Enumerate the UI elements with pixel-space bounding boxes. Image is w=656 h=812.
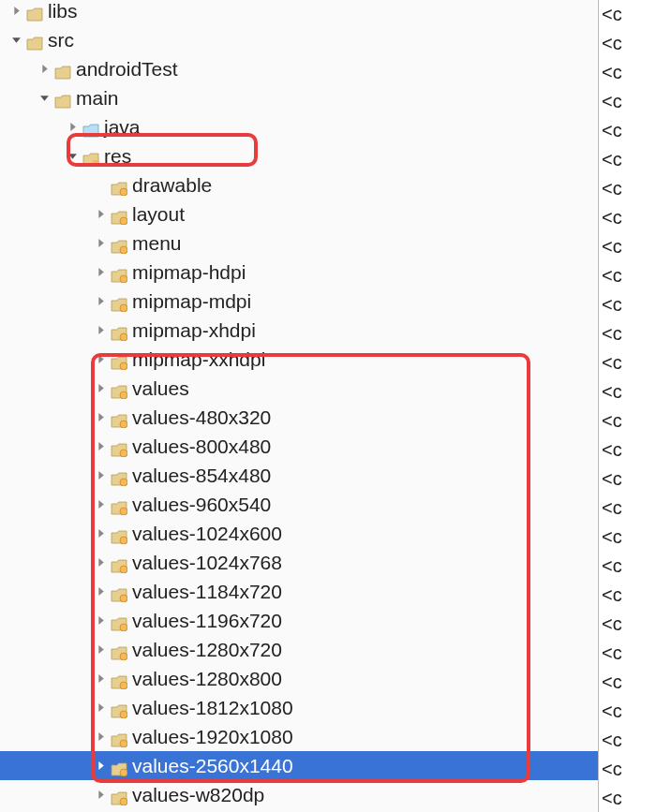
tree-item-values-1280x720[interactable]: values-1280x720 <box>0 635 656 664</box>
tree-item-values-1920x1080[interactable]: values-1920x1080 <box>0 722 656 751</box>
disclosure-right-icon[interactable] <box>94 643 107 657</box>
disclosure-right-icon[interactable] <box>94 411 107 424</box>
tree-item-label: values-960x540 <box>132 494 271 516</box>
code-line-fragment: <c <box>602 610 656 639</box>
tree-item-androidtest[interactable]: androidTest <box>0 54 656 83</box>
tree-item-values-800x480[interactable]: values-800x480 <box>0 432 656 461</box>
code-line-fragment: <c <box>602 755 656 784</box>
code-line-fragment: <c <box>602 203 656 232</box>
tree-item-label: values-1920x1080 <box>132 726 293 748</box>
tree-item-values-1280x800[interactable]: values-1280x800 <box>0 664 656 693</box>
folder-dot-icon <box>111 788 127 802</box>
code-line-fragment: <c <box>602 0 656 29</box>
svg-point-15 <box>120 595 127 602</box>
disclosure-right-icon[interactable] <box>66 121 79 134</box>
tree-item-label: res <box>104 145 131 168</box>
svg-point-20 <box>120 740 127 747</box>
code-line-fragment: <c <box>602 726 656 755</box>
folder-dot-icon <box>111 236 127 250</box>
code-line-fragment: <c <box>602 261 656 290</box>
code-line-fragment: <c <box>602 784 656 812</box>
tree-item-values-480x320[interactable]: values-480x320 <box>0 403 656 432</box>
disclosure-right-icon[interactable] <box>94 324 107 337</box>
tree-item-label: src <box>48 29 74 52</box>
tree-item-label: main <box>76 87 119 110</box>
tree-item-mipmap-hdpi[interactable]: mipmap-hdpi <box>0 258 656 287</box>
svg-point-11 <box>120 479 127 486</box>
disclosure-down-icon[interactable] <box>9 34 22 47</box>
svg-point-6 <box>120 333 127 341</box>
disclosure-right-icon[interactable] <box>9 5 22 18</box>
folder-dot-icon <box>111 178 127 192</box>
disclosure-right-icon[interactable] <box>94 237 107 250</box>
tree-item-mipmap-mdpi[interactable]: mipmap-mdpi <box>0 287 656 316</box>
tree-item-values-960x540[interactable]: values-960x540 <box>0 490 656 519</box>
disclosure-right-icon[interactable] <box>94 614 107 627</box>
disclosure-right-icon[interactable] <box>94 469 107 482</box>
svg-point-9 <box>120 421 127 428</box>
code-line-fragment: <c <box>602 174 656 203</box>
tree-item-label: values-1024x600 <box>132 523 282 545</box>
disclosure-right-icon[interactable] <box>94 585 107 598</box>
svg-point-12 <box>120 508 127 515</box>
tree-item-values-1812x1080[interactable]: values-1812x1080 <box>0 693 656 722</box>
tree-item-mipmap-xhdpi[interactable]: mipmap-xhdpi <box>0 316 656 345</box>
disclosure-right-icon[interactable] <box>37 63 51 76</box>
tree-item-values-854x480[interactable]: values-854x480 <box>0 461 656 490</box>
disclosure-right-icon[interactable] <box>94 731 107 744</box>
folder-dot-icon <box>111 352 127 366</box>
tree-item-main[interactable]: main <box>0 83 656 112</box>
disclosure-right-icon[interactable] <box>94 789 107 802</box>
tree-item-label: mipmap-hdpi <box>132 261 246 284</box>
tree-item-libs[interactable]: libs <box>0 0 656 25</box>
tree-item-label: values-2560x1440 <box>132 755 293 777</box>
disclosure-right-icon[interactable] <box>94 701 107 715</box>
tree-item-values-1024x768[interactable]: values-1024x768 <box>0 548 656 577</box>
code-line-fragment: <c <box>602 494 656 523</box>
spacer <box>94 179 107 192</box>
disclosure-right-icon[interactable] <box>94 295 107 308</box>
folder-dot-icon <box>111 410 127 424</box>
tree-item-menu[interactable]: menu <box>0 229 656 258</box>
disclosure-right-icon[interactable] <box>94 266 107 279</box>
tree-item-values[interactable]: values <box>0 374 656 403</box>
tree-item-values-1196x720[interactable]: values-1196x720 <box>0 606 656 635</box>
folder-icon <box>54 62 71 76</box>
disclosure-down-icon[interactable] <box>66 150 79 163</box>
code-line-fragment: <c <box>602 58 656 87</box>
disclosure-right-icon[interactable] <box>94 556 107 569</box>
disclosure-right-icon[interactable] <box>94 208 107 221</box>
tree-item-label: androidTest <box>76 58 178 81</box>
tree-item-mipmap-xxhdpi[interactable]: mipmap-xxhdpi <box>0 345 656 374</box>
svg-point-22 <box>120 798 127 805</box>
tree-item-values-1024x600[interactable]: values-1024x600 <box>0 519 656 548</box>
folder-dot-icon <box>111 701 127 715</box>
tree-item-label: values-1280x720 <box>132 639 282 661</box>
code-line-fragment: <c <box>602 552 656 581</box>
disclosure-right-icon[interactable] <box>94 382 107 395</box>
tree-item-layout[interactable]: layout <box>0 199 656 229</box>
svg-point-4 <box>120 275 127 283</box>
disclosure-right-icon[interactable] <box>94 440 107 453</box>
tree-item-values-2560x1440[interactable]: values-2560x1440 <box>0 751 656 780</box>
tree-item-values-1184x720[interactable]: values-1184x720 <box>0 577 656 606</box>
tree-item-src[interactable]: src <box>0 25 656 54</box>
folder-dot-icon <box>111 439 127 453</box>
code-line-fragment: <c <box>602 232 656 261</box>
tree-item-res[interactable]: res <box>0 141 656 170</box>
code-line-fragment: <c <box>602 29 656 58</box>
disclosure-right-icon[interactable] <box>94 353 107 366</box>
code-line-fragment: <c <box>602 145 656 174</box>
tree-item-label: mipmap-mdpi <box>132 290 251 313</box>
tree-item-values-w820dp[interactable]: values-w820dp <box>0 780 656 809</box>
code-line-fragment: <c <box>602 581 656 610</box>
disclosure-right-icon[interactable] <box>94 672 107 686</box>
disclosure-right-icon[interactable] <box>94 760 107 773</box>
svg-point-19 <box>120 711 127 718</box>
disclosure-down-icon[interactable] <box>37 92 51 105</box>
tree-item-drawable[interactable]: drawable <box>0 170 656 199</box>
tree-item-label: values-1280x800 <box>132 668 282 690</box>
disclosure-right-icon[interactable] <box>94 527 107 540</box>
tree-item-java[interactable]: java <box>0 112 656 141</box>
disclosure-right-icon[interactable] <box>94 498 107 511</box>
